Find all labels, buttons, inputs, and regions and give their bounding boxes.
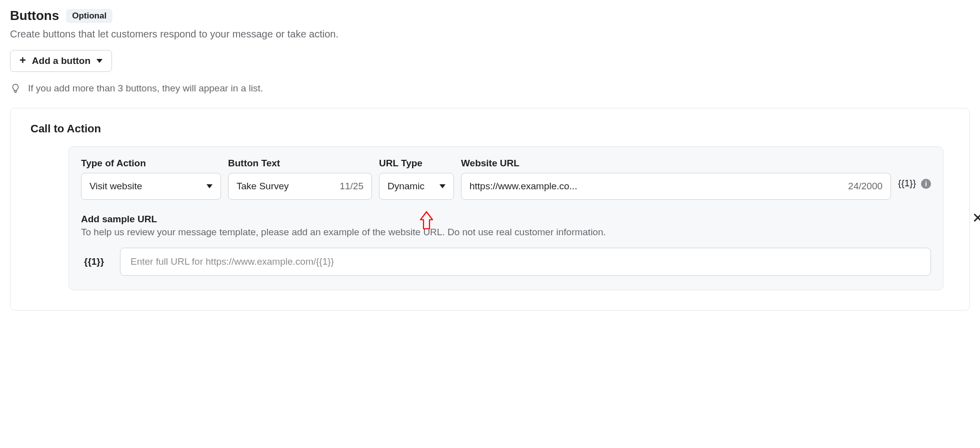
button-text-count: 11/25	[340, 181, 364, 192]
action-type-value: Visit website	[90, 181, 142, 192]
col-button-text: Button Text 11/25	[228, 158, 372, 200]
col-type-of-action: Type of Action Visit website	[81, 158, 221, 200]
hint-text: If you add more than 3 buttons, they wil…	[28, 83, 263, 94]
sample-url-description: To help us review your message template,…	[81, 227, 931, 238]
label-type-of-action: Type of Action	[81, 158, 221, 169]
cta-row: Type of Action Visit website Button Text…	[81, 158, 931, 200]
website-url-count: 24/2000	[848, 181, 882, 192]
col-website-url: Website URL 24/2000	[461, 158, 891, 200]
cta-panel-title: Call to Action	[30, 122, 954, 135]
label-url-type: URL Type	[379, 158, 454, 169]
chevron-down-icon	[206, 184, 212, 188]
close-icon[interactable]: ✕	[972, 211, 980, 225]
col-url-type: URL Type Dynamic	[379, 158, 454, 200]
sample-url-input-wrapper[interactable]	[120, 248, 931, 276]
url-type-value: Dynamic	[388, 181, 424, 192]
section-header: Buttons Optional	[10, 8, 970, 23]
sample-url-row: {{1}}	[81, 248, 931, 276]
add-button-dropdown[interactable]: + Add a button	[10, 50, 112, 72]
sample-url-token: {{1}}	[81, 256, 111, 267]
hint-row: If you add more than 3 buttons, they wil…	[10, 83, 970, 94]
label-button-text: Button Text	[228, 158, 372, 169]
add-button-label: Add a button	[32, 55, 90, 66]
button-text-input[interactable]	[236, 181, 334, 192]
cta-panel: Call to Action Type of Action Visit webs…	[10, 108, 970, 311]
website-url-input-wrapper[interactable]: 24/2000	[461, 173, 891, 200]
sample-url-title: Add sample URL	[81, 214, 931, 225]
button-text-input-wrapper[interactable]: 11/25	[228, 173, 372, 200]
sample-url-input[interactable]	[130, 256, 922, 268]
optional-badge: Optional	[66, 9, 112, 23]
sample-url-block: Add sample URL To help us review your me…	[81, 214, 931, 276]
website-url-input[interactable]	[470, 181, 843, 192]
lightbulb-icon	[10, 83, 21, 94]
action-type-select[interactable]: Visit website	[81, 173, 221, 200]
section-description: Create buttons that let customers respon…	[10, 28, 970, 40]
label-website-url: Website URL	[461, 158, 891, 169]
chevron-down-icon	[440, 184, 446, 188]
variable-token: {{1}}	[898, 178, 916, 189]
url-type-select[interactable]: Dynamic	[379, 173, 454, 200]
cta-config-card: Type of Action Visit website Button Text…	[68, 146, 944, 290]
url-trailing: {{1}} i	[898, 158, 931, 189]
info-icon[interactable]: i	[921, 179, 931, 189]
section-title: Buttons	[10, 8, 59, 23]
chevron-down-icon	[96, 59, 102, 63]
